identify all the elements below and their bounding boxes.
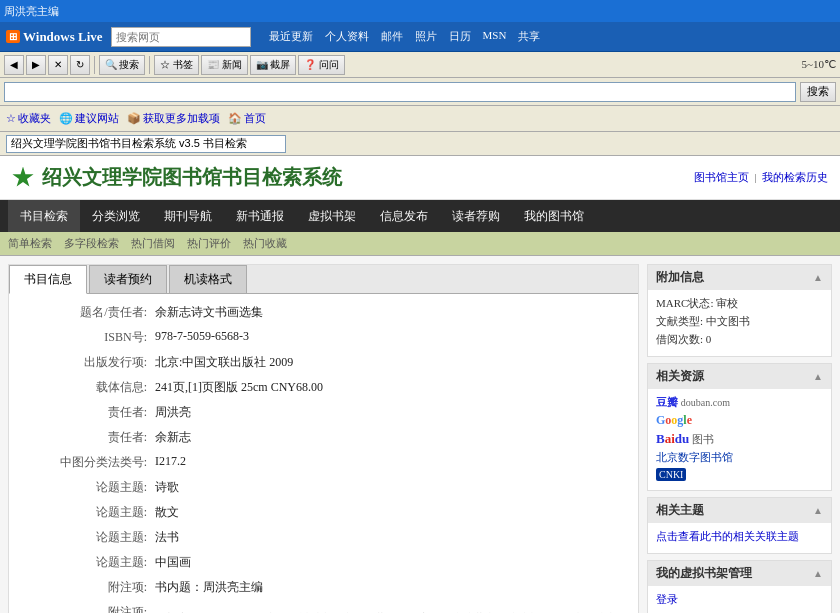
- tab-book-info[interactable]: 书目信息: [9, 265, 87, 294]
- sub-nav-hot-review[interactable]: 热门评价: [187, 236, 231, 251]
- info-row-media: 载体信息: 241页,[1]页图版 25cm CNY68.00: [25, 379, 622, 396]
- expand-related-subject[interactable]: ▲: [813, 505, 823, 516]
- info-row-subject1: 论题主题: 诗歌: [25, 479, 622, 496]
- winlive-nav-mail[interactable]: 邮件: [381, 29, 403, 44]
- winlive-search-input[interactable]: [116, 31, 226, 43]
- value-note2: 余新志男，1945年11月生于四川乐山，大学，著名国画家。现为淮著书画院院长。兼…: [155, 604, 622, 613]
- value-title: 余新志诗文书画选集: [155, 304, 622, 321]
- toolbar-area: ◀ ▶ ✕ ↻ 🔍 搜索 ☆ 书签 📰 新闻 📷 截屏 ❓ 问问 5~10℃: [0, 52, 840, 78]
- sub-nav-hot-borrow[interactable]: 热门借阅: [131, 236, 175, 251]
- label-subject4: 论题主题:: [25, 554, 155, 571]
- value-subject4: 中国画: [155, 554, 622, 571]
- browser-title: 周洪亮主编: [4, 4, 59, 19]
- nav-catalog-search[interactable]: 书目检索: [8, 200, 80, 232]
- screenshot-btn[interactable]: 📷 截屏: [250, 55, 297, 75]
- sub-nav-simple[interactable]: 简单检索: [8, 236, 52, 251]
- additional-info-body: MARC状态: 审校 文献类型: 中文图书 借阅次数: 0: [648, 290, 831, 356]
- page-url-bar: [0, 132, 840, 156]
- info-row-isbn: ISBN号: 978-7-5059-6568-3: [25, 329, 622, 346]
- value-classnum: I217.2: [155, 454, 622, 469]
- nav-virtual-shelf[interactable]: 虚拟书架: [296, 200, 368, 232]
- cnki-link[interactable]: CNKI: [656, 468, 823, 481]
- value-media: 241页,[1]页图版 25cm CNY68.00: [155, 379, 622, 396]
- related-subject-header: 相关主题 ▲: [648, 498, 831, 523]
- library-home-link[interactable]: 图书馆主页: [694, 171, 749, 183]
- expand-related-resources[interactable]: ▲: [813, 371, 823, 382]
- info-row-publish: 出版发行项: 北京:中国文联出版社 2009: [25, 354, 622, 371]
- forward-button[interactable]: ▶: [26, 55, 46, 75]
- value-publish: 北京:中国文联出版社 2009: [155, 354, 622, 371]
- search-history-link[interactable]: 我的检索历史: [762, 171, 828, 183]
- go-button[interactable]: 搜索: [800, 82, 836, 102]
- address-input[interactable]: [4, 82, 796, 102]
- info-row-note1: 附注项: 书内题：周洪亮主编: [25, 579, 622, 596]
- marc-status-row: MARC状态: 审校: [656, 296, 823, 311]
- addon-icon: 📦: [127, 112, 141, 125]
- page-url-input[interactable]: [6, 135, 286, 153]
- nav-menu: 书目检索 分类浏览 期刊导航 新书通报 虚拟书架 信息发布 读者荐购 我的图书馆: [0, 200, 840, 232]
- value-subject1: 诗歌: [155, 479, 622, 496]
- related-subject-section: 相关主题 ▲ 点击查看此书的相关关联主题: [647, 497, 832, 554]
- label-publish: 出版发行项:: [25, 354, 155, 371]
- sub-nav: 简单检索 多字段检索 热门借阅 热门评价 热门收藏: [0, 232, 840, 256]
- back-button[interactable]: ◀: [4, 55, 24, 75]
- winlive-nav-updates[interactable]: 最近更新: [269, 29, 313, 44]
- expand-virtual-bookshelf[interactable]: ▲: [813, 568, 823, 579]
- bookmark-favorites[interactable]: ☆ 收藏夹: [6, 111, 51, 126]
- label-subject3: 论题主题:: [25, 529, 155, 546]
- info-row-note2: 附注项: 余新志男，1945年11月生于四川乐山，大学，著名国画家。现为淮著书画…: [25, 604, 622, 613]
- expand-additional-info[interactable]: ▲: [813, 272, 823, 283]
- nav-category-browse[interactable]: 分类浏览: [80, 200, 152, 232]
- refresh-button[interactable]: ↻: [70, 55, 90, 75]
- bj-digital-link[interactable]: 北京数字图书馆: [656, 450, 823, 465]
- douban-link[interactable]: 豆瓣 douban.com: [656, 395, 823, 410]
- nav-journal-nav[interactable]: 期刊导航: [152, 200, 224, 232]
- info-row-subject4: 论题主题: 中国画: [25, 554, 622, 571]
- bj-digital-logo: 北京数字图书馆: [656, 451, 733, 463]
- login-link[interactable]: 登录: [656, 592, 823, 607]
- baidu-book-link[interactable]: Baidu 图书: [656, 431, 823, 447]
- label-note1: 附注项:: [25, 579, 155, 596]
- search-button[interactable]: 🔍 搜索: [99, 55, 145, 75]
- winlive-bar: ⊞ Windows Live 最近更新 个人资料 邮件 照片 日历 MSN 共享: [0, 22, 840, 52]
- sub-nav-hot-collect[interactable]: 热门收藏: [243, 236, 287, 251]
- news-btn[interactable]: 📰 新闻: [201, 55, 248, 75]
- winlive-nav-calendar[interactable]: 日历: [449, 29, 471, 44]
- additional-info-section: 附加信息 ▲ MARC状态: 审校 文献类型: 中文图书 借阅次数: 0: [647, 264, 832, 357]
- nav-new-books[interactable]: 新书通报: [224, 200, 296, 232]
- nav-info-release[interactable]: 信息发布: [368, 200, 440, 232]
- tabs: 书目信息 读者预约 机读格式: [9, 265, 638, 294]
- winlive-nav-photos[interactable]: 照片: [415, 29, 437, 44]
- bookmark-btn[interactable]: ☆ 书签: [154, 55, 199, 75]
- tab-marc-format[interactable]: 机读格式: [169, 265, 247, 293]
- label-title: 题名/责任者:: [25, 304, 155, 321]
- nav-reader-recommend[interactable]: 读者荐购: [440, 200, 512, 232]
- related-subject-link[interactable]: 点击查看此书的相关关联主题: [656, 529, 823, 544]
- left-panel: 书目信息 读者预约 机读格式 题名/责任者: 余新志诗文书画选集 ISBN号: …: [8, 264, 639, 613]
- help-btn[interactable]: ❓ 问问: [298, 55, 345, 75]
- bookmark-suggestions[interactable]: 🌐 建议网站: [59, 111, 119, 126]
- winlive-nav-share[interactable]: 共享: [518, 29, 540, 44]
- value-resp2: 余新志: [155, 429, 622, 446]
- winlive-nav-msn[interactable]: MSN: [483, 29, 507, 44]
- winlive-search-box[interactable]: [111, 27, 251, 47]
- bookmark-home[interactable]: 🏠 首页: [228, 111, 266, 126]
- winlive-nav-profile[interactable]: 个人资料: [325, 29, 369, 44]
- related-resources-section: 相关资源 ▲ 豆瓣 douban.com Google Baidu 图书: [647, 363, 832, 491]
- site-header: 绍兴文理学院图书馆书目检索系统 图书馆主页 | 我的检索历史: [0, 156, 840, 200]
- tab-reader-reserve[interactable]: 读者预约: [89, 265, 167, 293]
- sub-nav-multi[interactable]: 多字段检索: [64, 236, 119, 251]
- info-row-resp1: 责任者: 周洪亮: [25, 404, 622, 421]
- stop-button[interactable]: ✕: [48, 55, 68, 75]
- label-media: 载体信息:: [25, 379, 155, 396]
- virtual-bookshelf-header: 我的虚拟书架管理 ▲: [648, 561, 831, 586]
- browser-chrome-top: 周洪亮主编: [0, 0, 840, 22]
- related-resources-body: 豆瓣 douban.com Google Baidu 图书 北京数字图书馆 C: [648, 389, 831, 490]
- nav-my-library[interactable]: 我的图书馆: [512, 200, 596, 232]
- main-content: 绍兴文理学院图书馆书目检索系统 图书馆主页 | 我的检索历史 书目检索 分类浏览…: [0, 156, 840, 613]
- book-info: 题名/责任者: 余新志诗文书画选集 ISBN号: 978-7-5059-6568…: [9, 294, 638, 613]
- windows-icon: ⊞: [6, 30, 20, 43]
- site-logo-icon: [12, 167, 34, 189]
- bookmark-addons[interactable]: 📦 获取更多加载项: [127, 111, 220, 126]
- google-link[interactable]: Google: [656, 413, 823, 428]
